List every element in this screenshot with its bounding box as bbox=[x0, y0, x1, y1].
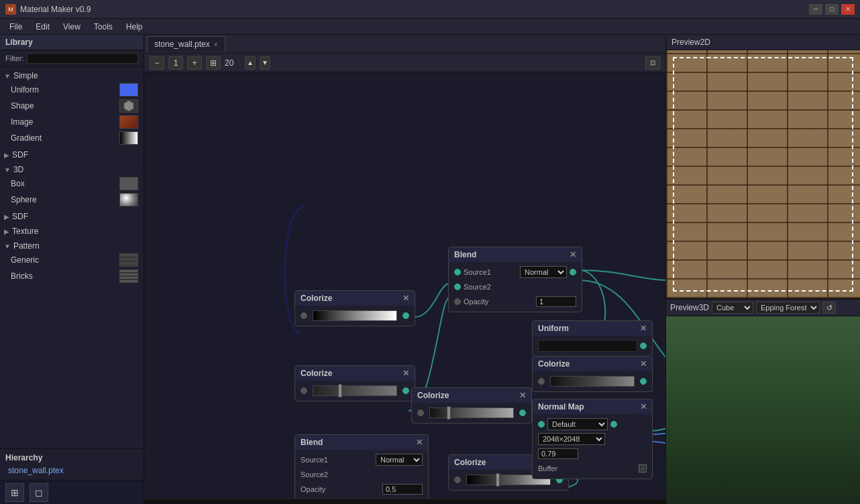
uniform-color[interactable] bbox=[538, 340, 637, 352]
blend2-opacity-input[interactable] bbox=[382, 484, 423, 495]
normal-map-node: Normal Map ✕ Default 2048×2048 bbox=[532, 399, 653, 479]
svg-rect-2 bbox=[313, 386, 396, 395]
filter-label: Filter: bbox=[5, 54, 24, 62]
blend1-mode-select[interactable]: Normal bbox=[520, 266, 567, 278]
normal-map-size-select[interactable]: 2048×2048 bbox=[538, 433, 605, 445]
blend-node-1-close[interactable]: ✕ bbox=[570, 250, 576, 259]
canvas-area[interactable]: Blend ✕ Source1 Normal Source2 bbox=[144, 72, 665, 499]
zoom-grid-button[interactable]: ⊞ bbox=[206, 56, 221, 70]
zoom-in-button[interactable]: + bbox=[187, 56, 202, 70]
colorize-main-close[interactable]: ✕ bbox=[640, 359, 647, 369]
blend2-mode-select[interactable]: Normal bbox=[376, 454, 423, 466]
colorize1-gradient[interactable] bbox=[313, 310, 397, 321]
normal-map-value-input[interactable] bbox=[538, 448, 578, 459]
colorize1-in-port[interactable] bbox=[301, 312, 307, 319]
colorize3-body bbox=[412, 403, 531, 423]
blend1-opacity-port[interactable] bbox=[454, 298, 461, 305]
normal-map-out-port[interactable] bbox=[610, 421, 617, 428]
uniform-close[interactable]: ✕ bbox=[640, 324, 647, 333]
uniform-out-port[interactable] bbox=[640, 342, 647, 349]
zoom-down-arrow[interactable]: ▼ bbox=[260, 56, 270, 70]
colorize3-gradient[interactable] bbox=[429, 407, 514, 418]
section-sdf2-header[interactable]: ▶ SDF bbox=[0, 210, 144, 223]
preview2d-canvas bbox=[666, 50, 860, 298]
library-item-bricks[interactable]: Bricks bbox=[0, 268, 144, 284]
title-bar: M Material Maker v0.9 ─ □ ✕ bbox=[0, 0, 860, 19]
grid-view-button[interactable]: ⊞ bbox=[5, 483, 24, 502]
maximize-button[interactable]: □ bbox=[825, 4, 839, 15]
menu-view[interactable]: View bbox=[56, 21, 87, 33]
colorize-main-in-port[interactable] bbox=[538, 378, 545, 385]
section-simple: ▼ Simple Uniform Shape Image bbox=[0, 68, 144, 147]
colorize2-out-port[interactable] bbox=[402, 387, 409, 394]
close-button[interactable]: ✕ bbox=[841, 4, 855, 15]
section-pattern-header[interactable]: ▼ Pattern bbox=[0, 240, 144, 252]
colorize3-out-port[interactable] bbox=[519, 410, 526, 416]
colorize2-gradient[interactable] bbox=[313, 385, 397, 396]
section-3d-header[interactable]: ▼ 3D bbox=[0, 164, 144, 176]
library-item-image[interactable]: Image bbox=[0, 114, 144, 130]
thumb-bricks bbox=[119, 269, 138, 283]
colorize1-out-port[interactable] bbox=[402, 312, 409, 319]
preview3d-refresh-button[interactable]: ↺ bbox=[822, 302, 836, 314]
zoom-up-arrow[interactable]: ▲ bbox=[245, 56, 256, 70]
colorize1-close[interactable]: ✕ bbox=[402, 294, 409, 303]
colorize2-close[interactable]: ✕ bbox=[402, 369, 409, 378]
preview3d-shape-select[interactable]: Cube Sphere Plane bbox=[712, 302, 753, 314]
thumb-box bbox=[119, 177, 138, 190]
normal-map-buffer-check[interactable]: ✓ bbox=[639, 464, 647, 472]
section-sdf1-header[interactable]: ▶ SDF bbox=[0, 149, 144, 161]
library-item-gradient[interactable]: Gradient bbox=[0, 130, 144, 146]
colorize2-in-port[interactable] bbox=[301, 387, 307, 394]
menu-help[interactable]: Help bbox=[119, 21, 150, 33]
library-item-box[interactable]: Box bbox=[0, 176, 144, 192]
tab-close-button[interactable]: × bbox=[214, 41, 218, 48]
zoom-out-button[interactable]: − bbox=[150, 56, 164, 70]
library-item-uniform[interactable]: Uniform bbox=[0, 82, 144, 98]
blend-node-1-body: Source1 Normal Source2 Opacity bbox=[449, 262, 582, 312]
cube-view-button[interactable]: ◻ bbox=[30, 483, 48, 502]
uniform-node: Uniform ✕ bbox=[532, 320, 653, 357]
preview3d-header: Preview3D Cube Sphere Plane Epping Fores… bbox=[666, 300, 860, 316]
thumb-shape bbox=[119, 99, 138, 113]
hierarchy-item-stone-wall[interactable]: stone_wall.ptex bbox=[0, 464, 144, 477]
menu-edit[interactable]: Edit bbox=[29, 21, 56, 33]
blend1-source2-port-in[interactable] bbox=[454, 284, 461, 290]
normal-map-in-port[interactable] bbox=[538, 421, 545, 428]
preview3d-env-select[interactable]: Epping Forest Studio Outdoor bbox=[756, 302, 820, 314]
blend1-source1-port-in[interactable] bbox=[454, 269, 461, 275]
brick-texture-preview bbox=[666, 50, 860, 298]
colorize4-in-port[interactable] bbox=[454, 477, 461, 483]
canvas-scrollbar[interactable] bbox=[144, 499, 665, 504]
library-tree: ▼ Simple Uniform Shape Image bbox=[0, 67, 144, 448]
colorize3-close[interactable]: ✕ bbox=[519, 391, 526, 400]
blend1-opacity-input[interactable] bbox=[536, 296, 576, 307]
menu-file[interactable]: File bbox=[3, 21, 29, 33]
normal-map-default-select[interactable]: Default bbox=[547, 418, 608, 430]
filter-row: Filter: bbox=[0, 50, 144, 67]
section-texture-header[interactable]: ▶ Texture bbox=[0, 225, 144, 237]
section-3d: ▼ 3D Box Sphere bbox=[0, 162, 144, 209]
filter-input[interactable] bbox=[27, 53, 139, 64]
svg-rect-3 bbox=[430, 408, 513, 418]
blend-node-1-header: Blend ✕ bbox=[449, 247, 582, 262]
colorize3-in-port[interactable] bbox=[417, 410, 424, 416]
colorize1-header: Colorize ✕ bbox=[295, 291, 415, 306]
colorize-node-2: Colorize ✕ bbox=[294, 365, 415, 401]
canvas-corner-button[interactable]: ⊡ bbox=[645, 56, 660, 70]
colorize-main-out-port[interactable] bbox=[640, 378, 647, 385]
preview2d-selection bbox=[673, 57, 853, 292]
library-item-shape[interactable]: Shape bbox=[0, 98, 144, 114]
library-item-generic[interactable]: Generic bbox=[0, 252, 144, 268]
library-item-sphere[interactable]: Sphere bbox=[0, 192, 144, 208]
blend1-out-port[interactable] bbox=[570, 269, 576, 275]
minimize-button[interactable]: ─ bbox=[809, 4, 822, 15]
section-simple-header[interactable]: ▼ Simple bbox=[0, 70, 144, 82]
blend2-close[interactable]: ✕ bbox=[416, 438, 423, 447]
normal-map-close[interactable]: ✕ bbox=[640, 402, 647, 412]
zoom-reset-button[interactable]: 1 bbox=[168, 56, 183, 70]
menu-tools[interactable]: Tools bbox=[87, 21, 119, 33]
tab-stone-wall[interactable]: stone_wall.ptex × bbox=[147, 36, 225, 52]
colorize-main-gradient[interactable] bbox=[550, 376, 635, 387]
arrow-3d: ▼ bbox=[4, 166, 11, 174]
